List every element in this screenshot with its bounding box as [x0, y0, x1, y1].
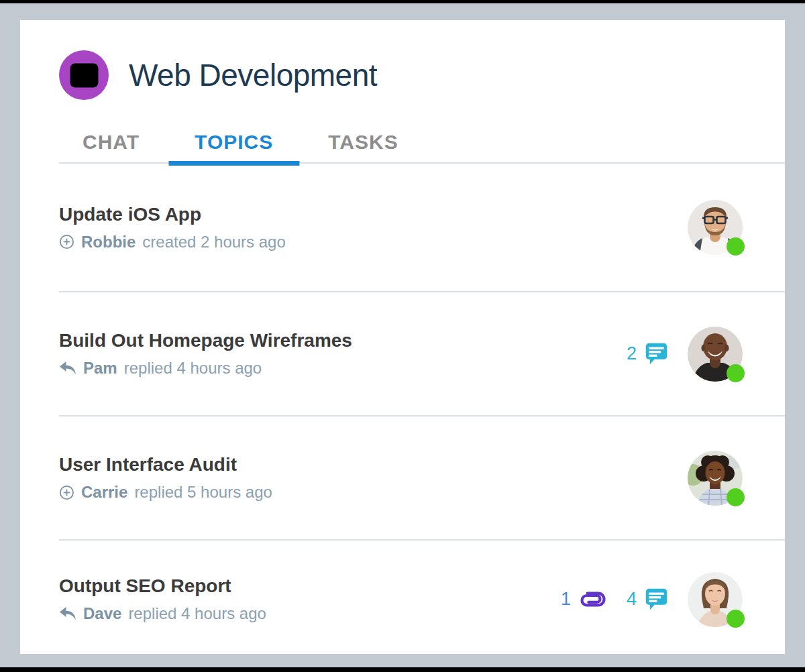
topic-side: 1 4	[561, 572, 743, 627]
topic-action: created 2 hours ago	[142, 233, 285, 251]
topic-action: replied 4 hours ago	[124, 359, 262, 378]
topic-title: Output SEO Report	[59, 575, 266, 597]
avatar[interactable]	[688, 451, 743, 506]
avatar[interactable]	[688, 327, 743, 382]
topic-author: Dave	[83, 604, 121, 623]
tab-topics[interactable]: TOPICS	[195, 131, 273, 163]
reply-icon	[59, 606, 76, 621]
browser-window-icon	[69, 62, 99, 89]
topic-action: replied 5 hours ago	[134, 483, 272, 502]
avatar[interactable]	[688, 200, 743, 255]
topic-author: Carrie	[81, 483, 127, 502]
topic-side: 2	[627, 327, 743, 382]
screen-edge-top	[0, 0, 805, 3]
tab-label: TOPICS	[195, 131, 273, 153]
topic-action: replied 4 hours ago	[128, 604, 266, 623]
page: { "theme": { "page_bg": "#c3cad2", "card…	[0, 0, 805, 672]
online-status-dot	[727, 610, 745, 628]
circle-plus-icon	[59, 485, 74, 500]
topic-row[interactable]: Update iOS App Robbie created 2 hours ag…	[20, 164, 785, 291]
topic-meta: Robbie created 2 hours ago	[59, 233, 286, 251]
topic-side	[688, 200, 743, 255]
online-status-dot	[727, 364, 745, 382]
topic-info: Build Out Homepage Wireframes Pam replie…	[59, 330, 352, 378]
chat-bubble-icon	[644, 587, 669, 612]
topic-author: Pam	[83, 359, 117, 378]
screen-edge-bottom	[0, 667, 805, 672]
chat-bubble-icon	[644, 341, 669, 366]
topic-info: Output SEO Report Dave replied 4 hours a…	[59, 575, 266, 623]
tab-tasks[interactable]: TASKS	[328, 131, 398, 163]
reply-icon	[59, 361, 76, 376]
topic-title: Build Out Homepage Wireframes	[59, 330, 352, 351]
online-status-dot	[727, 488, 745, 506]
avatar[interactable]	[688, 572, 743, 627]
comment-badge: 4	[627, 587, 669, 612]
topic-row[interactable]: Build Out Homepage Wireframes Pam replie…	[20, 292, 785, 415]
tab-chat[interactable]: CHAT	[83, 131, 140, 163]
tab-bar: CHAT TOPICS TASKS	[20, 131, 785, 163]
project-card: Web Development CHAT TOPICS TASKS Update…	[20, 20, 785, 654]
topic-meta: Carrie replied 5 hours ago	[59, 483, 272, 502]
topic-title: Update iOS App	[59, 204, 286, 225]
online-status-dot	[727, 237, 745, 256]
topic-info: Update iOS App Robbie created 2 hours ag…	[59, 204, 286, 251]
tab-label: TASKS	[328, 131, 398, 153]
attachment-badge: 1	[561, 589, 608, 610]
circle-plus-icon	[59, 234, 74, 249]
topic-meta: Dave replied 4 hours ago	[59, 604, 266, 623]
project-header: Web Development	[20, 20, 785, 100]
project-avatar[interactable]	[59, 50, 109, 100]
topic-side	[688, 451, 743, 506]
comment-count: 2	[627, 343, 637, 364]
topic-meta: Pam replied 4 hours ago	[59, 359, 352, 378]
page-title: Web Development	[129, 57, 377, 93]
attachment-count: 1	[561, 589, 571, 610]
topic-author: Robbie	[81, 233, 136, 251]
topic-row[interactable]: User Interface Audit Carrie replied 5 ho…	[20, 416, 785, 539]
paperclip-icon	[578, 590, 608, 609]
comment-count: 4	[627, 589, 637, 610]
topic-row[interactable]: Output SEO Report Dave replied 4 hours a…	[20, 541, 785, 654]
topic-title: User Interface Audit	[59, 454, 272, 475]
tab-label: CHAT	[83, 131, 140, 153]
topic-info: User Interface Audit Carrie replied 5 ho…	[59, 454, 272, 502]
comment-badge: 2	[627, 341, 669, 366]
topic-list: Update iOS App Robbie created 2 hours ag…	[20, 164, 785, 654]
